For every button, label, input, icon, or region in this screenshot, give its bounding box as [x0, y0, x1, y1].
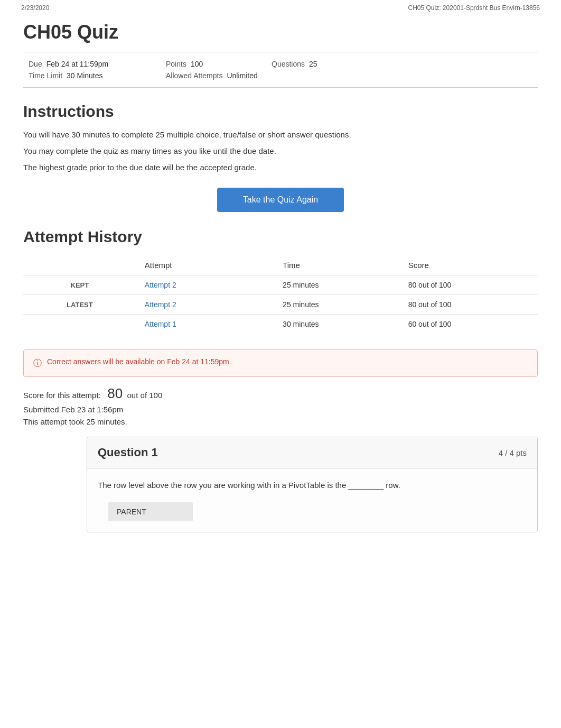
score-out-of: out of 100 — [127, 391, 163, 400]
allowed-attempts-label: Allowed Attempts — [166, 71, 222, 80]
attempt-history-section: Attempt History Attempt Time Score KEPT … — [23, 228, 538, 334]
attempt-status: KEPT — [23, 275, 136, 295]
attempt-link-cell: Attempt 2 — [136, 295, 274, 315]
attempt-link-cell: Attempt 2 — [136, 275, 274, 295]
breadcrumb: CH05 Quiz: 202001-Sprdsht Bus Envirn-138… — [408, 4, 540, 12]
score-label: Score for this attempt: — [23, 391, 101, 400]
points-value: 100 — [191, 60, 203, 68]
col-header-attempt: Attempt — [136, 255, 274, 275]
question-1-points: 4 / 4 pts — [499, 448, 527, 457]
attempt-link[interactable]: Attempt 2 — [145, 281, 176, 289]
time-limit-value: 30 Minutes — [67, 71, 102, 80]
questions-value: 25 — [309, 60, 317, 68]
points-label: Points — [166, 60, 186, 68]
date-label: 2/23/2020 — [21, 4, 49, 12]
quiz-meta: Due Feb 24 at 11:59pm Points 100 Questio… — [23, 52, 538, 88]
due-label: Due — [29, 60, 42, 68]
attempt-time: 25 minutes — [274, 295, 400, 315]
score-section: Score for this attempt: 80 out of 100 Su… — [23, 385, 538, 426]
instruction-line-3: The highest grade prior to the due date … — [23, 163, 538, 172]
col-header-time: Time — [274, 255, 400, 275]
page-title: CH05 Quiz — [23, 21, 538, 43]
score-value: 80 — [107, 385, 123, 401]
duration-line: This attempt took 25 minutes. — [23, 417, 538, 426]
attempt-link[interactable]: Attempt 2 — [145, 300, 176, 309]
attempt-score: 60 out of 100 — [400, 315, 538, 334]
question-1-title: Question 1 — [98, 446, 158, 459]
question-1-block: Question 1 4 / 4 pts The row level above… — [87, 437, 538, 532]
notice-text: Correct answers will be available on Feb… — [47, 357, 231, 366]
attempt-time: 25 minutes — [274, 275, 400, 295]
attempt-history-title: Attempt History — [23, 228, 538, 246]
due-value: Feb 24 at 11:59pm — [46, 60, 109, 68]
table-row: Attempt 1 30 minutes 60 out of 100 — [23, 315, 538, 334]
attempt-score: 80 out of 100 — [400, 295, 538, 315]
score-line: Score for this attempt: 80 out of 100 — [23, 385, 538, 402]
question-1-answer: PARENT — [108, 502, 193, 521]
table-row: LATEST Attempt 2 25 minutes 80 out of 10… — [23, 295, 538, 315]
attempt-score: 80 out of 100 — [400, 275, 538, 295]
instruction-line-2: You may complete the quiz as many times … — [23, 146, 538, 155]
col-header-score: Score — [400, 255, 538, 275]
question-1-text: The row level above the row you are work… — [98, 479, 527, 492]
instructions-section: Instructions You will have 30 minutes to… — [23, 103, 538, 172]
attempt-time: 30 minutes — [274, 315, 400, 334]
question-1-header: Question 1 4 / 4 pts — [87, 437, 537, 468]
attempt-status — [23, 315, 136, 334]
table-row: KEPT Attempt 2 25 minutes 80 out of 100 — [23, 275, 538, 295]
attempt-history-table: Attempt Time Score KEPT Attempt 2 25 min… — [23, 255, 538, 334]
attempt-link-cell: Attempt 1 — [136, 315, 274, 334]
time-limit-label: Time Limit — [29, 71, 62, 80]
attempt-status: LATEST — [23, 295, 136, 315]
question-1-body: The row level above the row you are work… — [87, 468, 537, 532]
submitted-line: Submitted Feb 23 at 1:56pm — [23, 405, 538, 414]
correct-answers-notice: ⓘ Correct answers will be available on F… — [23, 349, 538, 377]
questions-label: Questions — [272, 60, 305, 68]
allowed-attempts-value: Unlimited — [227, 71, 257, 80]
instruction-line-1: You will have 30 minutes to complete 25 … — [23, 130, 538, 139]
col-header-status — [23, 255, 136, 275]
main-content: CH05 Quiz Due Feb 24 at 11:59pm Points 1… — [0, 16, 561, 564]
top-bar: 2/23/2020 CH05 Quiz: 202001-Sprdsht Bus … — [0, 0, 561, 16]
notice-icon: ⓘ — [33, 358, 42, 369]
take-quiz-button[interactable]: Take the Quiz Again — [217, 188, 344, 212]
attempt-link[interactable]: Attempt 1 — [145, 320, 176, 328]
instructions-title: Instructions — [23, 103, 538, 121]
